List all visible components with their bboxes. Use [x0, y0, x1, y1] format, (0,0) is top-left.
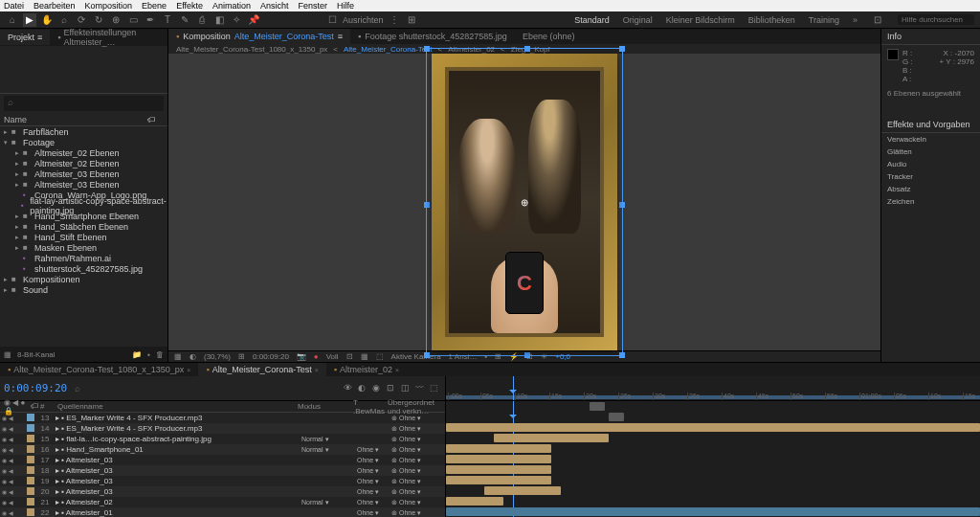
- tab-layer[interactable]: Ebene (ohne): [515, 29, 583, 44]
- graph-icon[interactable]: 〰: [415, 383, 427, 394]
- layer-bar[interactable]: [484, 486, 561, 495]
- menu-layer[interactable]: Ebene: [142, 1, 167, 11]
- resolution-dropdown[interactable]: Voll: [326, 352, 339, 361]
- menu-icon[interactable]: ≡: [37, 33, 42, 42]
- channel-icon[interactable]: ●: [314, 352, 319, 361]
- layer-bar[interactable]: [446, 507, 980, 516]
- timeline-tab[interactable]: ▪Altmeister_02×: [326, 363, 407, 376]
- views-dropdown[interactable]: 1 Ansi…: [449, 352, 478, 361]
- timeline-tab[interactable]: ▪Alte_Meister_Corona-Test×: [198, 363, 325, 376]
- timeline-layer-row[interactable]: ◉◀18▸ ▪ Altmeister_03Ohne ▾⊚ Ohne ▾: [0, 465, 445, 476]
- timeline-tracks[interactable]: [446, 401, 980, 517]
- pixel-icon[interactable]: ⊞: [495, 352, 501, 361]
- project-folder[interactable]: ▸■Altmeister_03 Ebenen: [0, 169, 167, 179]
- project-folder[interactable]: ▸■Altmeister_03 Ebenen: [0, 179, 167, 190]
- shy-icon[interactable]: 👁: [344, 383, 355, 394]
- panel-section[interactable]: Audio: [881, 158, 980, 170]
- timeline-layer-row[interactable]: ◉◀22▸ ▪ Altmeister_01Ohne ▾⊚ Ohne ▾: [0, 507, 445, 517]
- timeline-layer-row[interactable]: ◉◀21▸ ▪ Altmeister_02Normal ▾Ohne ▾⊚ Ohn…: [0, 497, 445, 507]
- mask-toggle-icon[interactable]: ▦: [174, 352, 182, 361]
- help-search-input[interactable]: [898, 14, 974, 25]
- frame-blend-icon[interactable]: ⊡: [387, 383, 398, 394]
- puppet-tool-icon[interactable]: 📌: [247, 13, 260, 27]
- snap-checkbox[interactable]: ☐: [325, 13, 339, 27]
- workspace-small[interactable]: Kleiner Bildschirm: [666, 15, 735, 25]
- panel-section[interactable]: Verwackeln: [881, 133, 980, 146]
- panel-section[interactable]: Tracker: [881, 170, 980, 183]
- snap-option-icon[interactable]: ⋮: [388, 13, 401, 27]
- menu-help[interactable]: Hilfe: [337, 1, 354, 11]
- menu-edit[interactable]: Bearbeiten: [33, 1, 76, 11]
- layer-bar[interactable]: [446, 423, 980, 432]
- layer-bar[interactable]: [446, 497, 503, 506]
- new-folder-icon[interactable]: 📁: [132, 350, 142, 359]
- layer-bar[interactable]: [446, 444, 551, 453]
- project-folder[interactable]: ▾■Footage: [0, 137, 167, 147]
- time-display[interactable]: 0:00:09:20: [253, 352, 289, 361]
- eraser-tool-icon[interactable]: ◧: [212, 13, 226, 27]
- layer-bar[interactable]: [446, 465, 551, 474]
- roto-tool-icon[interactable]: ✧: [230, 13, 243, 27]
- bpc-toggle[interactable]: 8-Bit-Kanal: [17, 350, 56, 359]
- menu-view[interactable]: Ansicht: [260, 1, 289, 11]
- menu-effects[interactable]: Effekte: [176, 1, 203, 11]
- search-icon[interactable]: ⌕: [75, 383, 80, 393]
- exposure-value[interactable]: +0,0: [555, 352, 570, 361]
- project-file[interactable]: ▪Rahmen/Rahmen.ai: [0, 253, 167, 263]
- fx-icon[interactable]: ◉: [372, 383, 384, 394]
- timeline-layer-row[interactable]: ◉◀14▸ ▪ ES_Marker Write 4 - SFX Producer…: [0, 423, 445, 434]
- timeline-layer-row[interactable]: ◉◀13▸ ▪ ES_Marker Write 4 - SFX Producer…: [0, 413, 445, 423]
- zoom-dropdown[interactable]: (30,7%): [204, 352, 231, 361]
- workspace-original[interactable]: Original: [623, 15, 653, 25]
- snapshot-icon[interactable]: 📷: [297, 352, 306, 361]
- tab-footage[interactable]: ▪Footage shutterstock_452827585.jpg: [350, 29, 515, 44]
- project-folder[interactable]: ▸■Hand_Stift Ebenen: [0, 232, 167, 242]
- draft-icon[interactable]: ⬚: [430, 383, 441, 394]
- crumb-item[interactable]: Alte_Meister_Corona-Test_1080_x_1350_px: [176, 45, 327, 54]
- project-folder[interactable]: ▸■Altmeister_02 Ebenen: [0, 147, 167, 158]
- home-icon[interactable]: ⌂: [6, 13, 19, 27]
- tab-project[interactable]: Projekt ≡: [0, 30, 50, 45]
- workspace-standard[interactable]: Standard: [574, 15, 610, 25]
- project-folder[interactable]: ▸■Hand_Stäbchen Ebenen: [0, 221, 167, 232]
- alpha-icon[interactable]: ◐: [189, 352, 196, 361]
- timeline-layer-row[interactable]: ◉◀20▸ ▪ Altmeister_03Ohne ▾⊚ Ohne ▾: [0, 486, 445, 497]
- mask-icon[interactable]: ⬚: [376, 352, 384, 361]
- new-comp-icon[interactable]: ▪: [147, 350, 150, 359]
- camera-dropdown[interactable]: Aktive Kamera: [391, 352, 441, 361]
- timeline-tab[interactable]: ▪Alte_Meister_Corona-Test_1080_x_1350_px…: [0, 363, 198, 376]
- timeline-layer-row[interactable]: ◉◀17▸ ▪ Altmeister_03Ohne ▾⊚ Ohne ▾: [0, 455, 445, 465]
- time-ruler[interactable]: :00s05s10s15s20s25s30s35s40s45s50s55s01:…: [446, 376, 980, 401]
- toggle-icon[interactable]: ⊞: [405, 13, 418, 27]
- layer-bar[interactable]: [609, 413, 624, 421]
- view-option-icon[interactable]: ▪: [484, 352, 487, 361]
- crumb-item[interactable]: Alte_Meister_Corona-Test: [344, 45, 432, 54]
- layer-bar[interactable]: [446, 455, 551, 463]
- tab-composition[interactable]: ▪Komposition Alte_Meister_Corona-Test ≡: [168, 29, 350, 44]
- stamp-tool-icon[interactable]: ⎙: [195, 13, 209, 27]
- sync-icon[interactable]: ⊡: [871, 13, 884, 27]
- col-name[interactable]: Name: [4, 115, 147, 124]
- guides-icon[interactable]: ▦: [361, 352, 368, 361]
- grid-icon[interactable]: ⊡: [346, 352, 353, 361]
- exposure-icon[interactable]: ☀: [541, 352, 547, 361]
- panel-section[interactable]: Glätten: [881, 146, 980, 158]
- workspace-more[interactable]: »: [853, 15, 858, 25]
- workspace-training[interactable]: Training: [809, 15, 839, 25]
- workspace-libraries[interactable]: Bibliotheken: [748, 15, 795, 25]
- menu-icon[interactable]: ≡: [338, 32, 343, 41]
- interpret-icon[interactable]: ▦: [4, 350, 11, 359]
- playhead[interactable]: [513, 376, 514, 400]
- composition-viewer[interactable]: C ⊕: [168, 54, 880, 350]
- project-search-input[interactable]: [4, 96, 164, 111]
- menu-file[interactable]: Datei: [4, 1, 24, 11]
- layer-bar[interactable]: [590, 402, 605, 411]
- project-file[interactable]: ▪shutterstock_452827585.jpg: [0, 263, 167, 274]
- timeline-layer-row[interactable]: ◉◀16▸ ▪ Hand_Smartphone_01Normal ▾Ohne ▾…: [0, 444, 445, 455]
- project-folder[interactable]: ▸■Kompositionen: [0, 274, 167, 284]
- canvas[interactable]: C ⊕: [432, 54, 617, 350]
- timeline-icon[interactable]: ⊡: [526, 352, 533, 361]
- col-source[interactable]: Quellenname: [57, 402, 298, 411]
- trash-icon[interactable]: 🗑: [156, 350, 164, 359]
- col-tag-icon[interactable]: 🏷: [147, 115, 156, 124]
